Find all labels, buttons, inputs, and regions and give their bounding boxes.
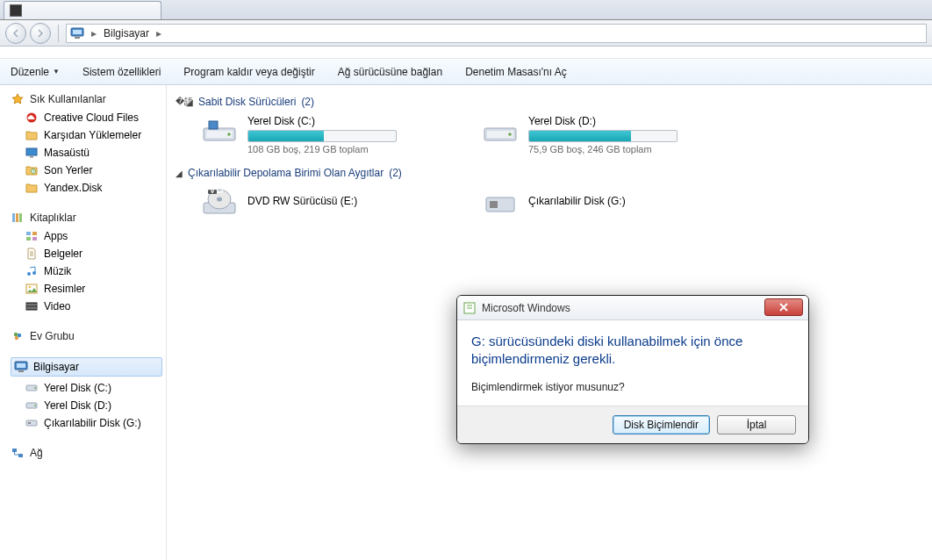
- svg-rect-1: [73, 30, 82, 34]
- drive-g[interactable]: Çıkarılabilir Disk (G:): [481, 186, 709, 218]
- computer-group: Bilgisayar Yerel Disk (C:) Yerel Disk (D…: [11, 357, 162, 432]
- svg-text:DVD: DVD: [201, 187, 224, 196]
- favorites-header[interactable]: Sık Kullanılanlar: [11, 92, 162, 106]
- sidebar-item-label: Belgeler: [44, 248, 82, 260]
- sidebar-item-recent[interactable]: Son Yerler: [11, 162, 162, 179]
- computer-header[interactable]: Bilgisayar: [11, 357, 162, 377]
- network-header[interactable]: Ağ: [11, 446, 162, 460]
- organize-menu[interactable]: Düzenle ▼: [11, 66, 60, 78]
- sidebar-item-label: Yerel Disk (D:): [44, 399, 111, 412]
- dialog-title: Microsoft Windows: [482, 302, 570, 314]
- chevron-right-icon: ▸: [153, 27, 165, 39]
- sidebar-item-drive-d[interactable]: Yerel Disk (D:): [11, 397, 162, 414]
- homegroup-header[interactable]: Ev Grubu: [11, 329, 162, 343]
- svg-rect-9: [19, 213, 22, 222]
- svg-point-35: [227, 133, 231, 136]
- hard-drive-icon: [25, 398, 39, 413]
- svg-rect-2: [75, 37, 80, 39]
- cancel-button[interactable]: İptal: [717, 415, 796, 434]
- svg-rect-12: [26, 237, 31, 241]
- sidebar-item-drive-c[interactable]: Yerel Disk (C:): [11, 379, 162, 397]
- network-label: Ağ: [30, 447, 43, 459]
- back-button[interactable]: [5, 23, 26, 44]
- sidebar-item-downloads[interactable]: Karşıdan Yüklemeler: [11, 126, 162, 144]
- network-icon: [11, 446, 25, 460]
- drive-row: DVD DVD RW Sürücüsü (E:) Çıkarılabilir D…: [200, 186, 923, 218]
- network-group: Ağ: [11, 446, 162, 460]
- system-properties-button[interactable]: Sistem özellikleri: [82, 66, 161, 78]
- sidebar-item-label: Masaüstü: [44, 147, 90, 159]
- svg-rect-30: [28, 422, 31, 424]
- close-button[interactable]: [764, 298, 803, 316]
- favorites-group: Sık Kullanılanlar Creative Cloud Files K…: [11, 92, 162, 197]
- sidebar-item-music[interactable]: Müzik: [11, 262, 162, 280]
- svg-rect-11: [32, 232, 37, 235]
- dialog-icon: [462, 301, 477, 315]
- folder-icon: [25, 181, 39, 195]
- pictures-icon: [25, 282, 39, 296]
- sidebar-item-label: Çıkarılabilir Disk (G:): [44, 417, 141, 429]
- svg-point-42: [217, 197, 222, 202]
- svg-point-21: [15, 336, 18, 340]
- tab-favicon: [10, 4, 22, 17]
- sidebar-item-documents[interactable]: Belgeler: [11, 245, 162, 262]
- sidebar-item-video[interactable]: Video: [11, 298, 162, 315]
- homegroup-icon: [11, 329, 25, 343]
- group-count: (2): [389, 167, 402, 179]
- dvd-drive-icon: DVD: [200, 186, 239, 218]
- dialog-sub-text: Biçimlendirmek istiyor musunuz?: [471, 381, 794, 393]
- drive-c[interactable]: Yerel Disk (C:) 108 GB boş, 219 GB topla…: [200, 115, 428, 154]
- capacity-bar: [247, 130, 397, 142]
- svg-rect-31: [12, 449, 17, 452]
- navigation-bar: ▸ Bilgisayar ▸: [0, 20, 932, 47]
- address-breadcrumb[interactable]: ▸ Bilgisayar ▸: [66, 24, 927, 43]
- browser-tab-strip: [0, 0, 932, 20]
- dialog-main-text: G: sürücüsündeki diski kullanabilmek içi…: [471, 333, 794, 369]
- group-hard-drives[interactable]: �語 ◢ Sabit Disk Sürücüleri (2): [176, 96, 923, 108]
- svg-rect-13: [32, 237, 37, 241]
- group-removable[interactable]: ◢ Çıkarılabilir Depolama Birimi Olan Ayg…: [176, 167, 923, 179]
- sidebar-item-yandex[interactable]: Yandex.Disk: [11, 179, 162, 197]
- drive-info: Yerel Disk (D:) 75,9 GB boş, 246 GB topl…: [528, 115, 709, 154]
- sidebar-item-desktop[interactable]: Masaüstü: [11, 144, 162, 162]
- removable-drive-icon: [25, 416, 39, 430]
- drive-name: Yerel Disk (C:): [247, 115, 428, 127]
- svg-point-28: [34, 405, 36, 406]
- libraries-group: Kitaplıklar Apps Belgeler Müzik Resimler…: [11, 211, 162, 315]
- browser-tab[interactable]: [4, 1, 161, 19]
- sidebar-item-label: Müzik: [44, 265, 71, 277]
- svg-rect-7: [12, 213, 15, 222]
- open-control-panel-button[interactable]: Denetim Masası'nı Aç: [465, 66, 567, 78]
- chevron-down-icon: ▼: [53, 68, 60, 75]
- svg-rect-32: [18, 454, 23, 457]
- drive-e[interactable]: DVD DVD RW Sürücüsü (E:): [200, 186, 428, 218]
- computer-icon: [70, 26, 84, 40]
- spacer: [0, 47, 932, 59]
- sidebar-item-label: Yandex.Disk: [44, 182, 102, 194]
- organize-label: Düzenle: [11, 66, 49, 78]
- sidebar-item-label: Apps: [44, 230, 68, 242]
- breadcrumb-item[interactable]: Bilgisayar: [104, 27, 149, 39]
- sidebar-item-label: Video: [44, 300, 70, 312]
- sidebar-item-creative-cloud[interactable]: Creative Cloud Files: [11, 109, 162, 126]
- cloud-icon: [25, 111, 39, 125]
- libraries-header[interactable]: Kitaplıklar: [11, 211, 162, 225]
- svg-rect-8: [16, 213, 18, 222]
- sidebar-item-drive-g[interactable]: Çıkarılabilir Disk (G:): [11, 414, 162, 432]
- arrow-right-icon: [36, 29, 45, 38]
- forward-button[interactable]: [30, 23, 51, 44]
- group-title: Çıkarılabilir Depolama Birimi Olan Aygıt…: [188, 167, 384, 179]
- dialog-titlebar[interactable]: Microsoft Windows: [457, 296, 808, 320]
- svg-rect-10: [26, 232, 31, 235]
- format-disk-button[interactable]: Disk Biçimlendir: [613, 415, 710, 434]
- uninstall-program-button[interactable]: Program kaldır veya değiştir: [183, 66, 314, 78]
- sidebar-item-pictures[interactable]: Resimler: [11, 280, 162, 298]
- sidebar-item-apps[interactable]: Apps: [11, 227, 162, 245]
- collapse-caret-icon: ◢: [176, 169, 183, 178]
- drive-row: Yerel Disk (C:) 108 GB boş, 219 GB topla…: [200, 115, 923, 154]
- drive-d[interactable]: Yerel Disk (D:) 75,9 GB boş, 246 GB topl…: [481, 115, 709, 154]
- svg-rect-4: [26, 148, 37, 155]
- favorites-label: Sık Kullanılanlar: [30, 93, 106, 105]
- drive-name: DVD RW Sürücüsü (E:): [247, 195, 428, 207]
- map-network-drive-button[interactable]: Ağ sürücüsüne bağlan: [338, 66, 442, 78]
